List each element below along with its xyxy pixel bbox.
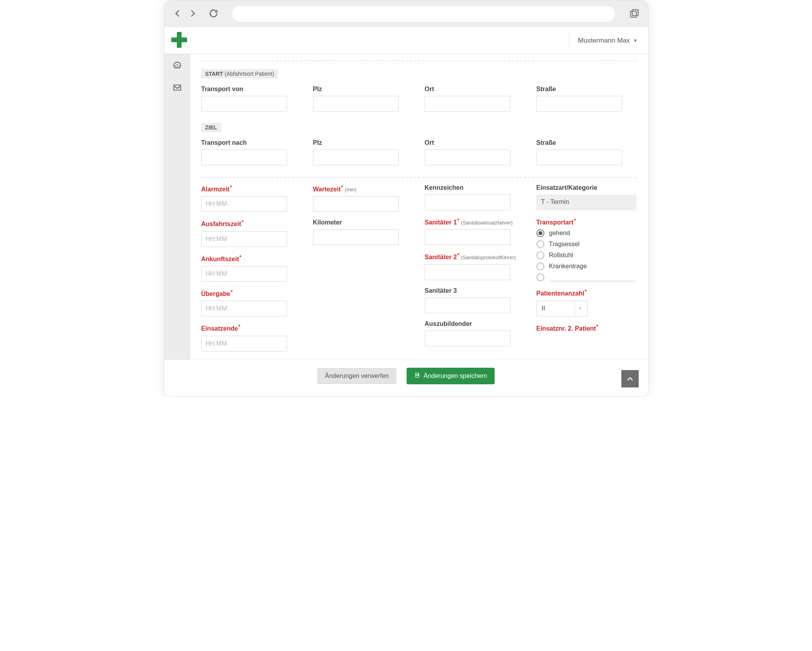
- radio-other[interactable]: [536, 273, 636, 281]
- url-bar[interactable]: [232, 6, 615, 22]
- label-ziel-ort: Ort: [425, 139, 525, 146]
- field-einsatznr2: Einsatznr. 2. Patient*: [536, 324, 636, 335]
- refresh-icon[interactable]: [208, 8, 219, 20]
- input-ankunftszeit[interactable]: [201, 266, 287, 282]
- input-uebergabe[interactable]: [201, 301, 287, 316]
- field-sani1: Sanitäter 1* (Sanitätseinsatzfahrer): [425, 217, 525, 245]
- label-einsatzart: Einsatzart/Kategorie: [536, 184, 636, 191]
- browser-chrome: [164, 0, 648, 27]
- input-wartezeit[interactable]: [313, 196, 399, 212]
- select-patientenanzahl[interactable]: II ▾: [536, 301, 588, 316]
- field-transport-von: Transport von: [201, 86, 301, 112]
- input-ziel-ort[interactable]: [425, 150, 511, 165]
- radio-icon: [536, 251, 544, 259]
- radio-icon: [536, 273, 544, 281]
- section-tag-ziel: ZIEL: [201, 123, 221, 132]
- label-uebergabe: Übergabe*: [201, 289, 301, 297]
- value-einsatzart: T - Termin: [536, 195, 636, 210]
- input-kennzeichen[interactable]: [425, 195, 511, 210]
- field-uebergabe: Übergabe*: [201, 289, 301, 316]
- label-einsatznr2: Einsatznr. 2. Patient*: [536, 324, 636, 332]
- label-ankunftszeit: Ankunftszeit*: [201, 254, 301, 263]
- label-ziel-strasse: Straße: [536, 139, 636, 146]
- input-kilometer[interactable]: [313, 229, 399, 245]
- label-sani3: Sanitäter 3: [425, 287, 525, 294]
- forward-icon[interactable]: [187, 8, 197, 20]
- label-kennzeichen: Kennzeichen: [425, 184, 525, 191]
- label-start-ort: Ort: [425, 86, 525, 93]
- field-patientenanzahl: Patientenanzahl* II ▾: [536, 288, 636, 316]
- field-sani3: Sanitäter 3: [425, 287, 525, 313]
- field-kilometer: Kilometer: [313, 219, 413, 245]
- radio-gehend[interactable]: gehend: [536, 229, 636, 237]
- app-bar: Mustermann Max ▼: [164, 27, 648, 54]
- dashboard-icon[interactable]: [170, 58, 185, 73]
- svg-rect-1: [630, 11, 636, 17]
- input-start-plz[interactable]: [313, 96, 399, 112]
- scroll-to-top-button[interactable]: [621, 370, 639, 387]
- input-azubi[interactable]: [425, 331, 511, 346]
- input-einsatzende[interactable]: [201, 336, 287, 352]
- field-einsatzart: Einsatzart/Kategorie T - Termin: [536, 184, 636, 210]
- label-ausfahrtszeit: Ausfahrtszeit*: [201, 219, 301, 228]
- field-ziel-ort: Ort: [425, 139, 525, 165]
- medical-cross-logo: [170, 30, 189, 51]
- radio-icon: [536, 240, 544, 248]
- label-start-strasse: Straße: [536, 86, 636, 93]
- bottom-bar: Änderungen verwerfen Änderungen speicher…: [164, 359, 648, 396]
- label-kilometer: Kilometer: [313, 219, 413, 226]
- sidebar: [164, 54, 190, 359]
- label-sani2: Sanitäter 2* (Sanitätsprotokollführer): [425, 252, 525, 261]
- field-start-strasse: Straße: [536, 86, 636, 112]
- field-ankunftszeit: Ankunftszeit*: [201, 254, 301, 282]
- chevron-down-icon: ▾: [575, 301, 586, 316]
- user-name: Mustermann Max: [578, 37, 630, 45]
- radio-group-transportart: gehend Tragsessel Rollstuhl: [536, 229, 636, 281]
- label-transport-von: Transport von: [201, 86, 301, 93]
- field-ziel-strasse: Straße: [536, 139, 636, 165]
- input-ziel-strasse[interactable]: [536, 150, 623, 165]
- input-start-ort[interactable]: [425, 96, 511, 112]
- save-button[interactable]: Änderungen speichern: [407, 368, 495, 384]
- input-alarmzeit[interactable]: [201, 196, 287, 212]
- input-sani1[interactable]: [425, 229, 511, 245]
- section-tag-start: START (Abfahrtsort Patient): [201, 69, 278, 79]
- radio-icon: [536, 262, 544, 270]
- field-einsatzende: Einsatzende*: [201, 324, 301, 351]
- input-ziel-plz[interactable]: [313, 150, 399, 165]
- field-azubi: Auszubildender: [425, 320, 525, 346]
- label-transportart: Transportart*: [536, 217, 636, 226]
- back-icon[interactable]: [173, 8, 183, 20]
- input-ausfahrtszeit[interactable]: [201, 231, 287, 247]
- radio-tragsessel[interactable]: Tragsessel: [536, 240, 636, 248]
- label-azubi: Auszubildender: [425, 320, 525, 327]
- input-transport-von[interactable]: [201, 96, 287, 112]
- input-transport-nach[interactable]: [201, 150, 287, 165]
- label-sani1: Sanitäter 1* (Sanitätseinsatzfahrer): [425, 217, 525, 226]
- divider: [201, 177, 636, 178]
- label-transport-nach: Transport nach: [201, 139, 301, 146]
- label-alarmzeit: Alarmzeit*: [201, 184, 301, 193]
- save-icon: [414, 372, 420, 380]
- radio-rollstuhl[interactable]: Rollstuhl: [536, 251, 636, 259]
- discard-button[interactable]: Änderungen verwerfen: [317, 368, 396, 384]
- field-start-ort: Ort: [425, 86, 525, 112]
- input-start-strasse[interactable]: [536, 96, 623, 112]
- input-sani3[interactable]: [425, 297, 511, 313]
- field-transport-nach: Transport nach: [201, 139, 301, 165]
- field-ausfahrtszeit: Ausfahrtszeit*: [201, 219, 301, 247]
- field-wartezeit: Wartezeit* (min): [313, 184, 413, 212]
- field-start-plz: Plz: [313, 86, 413, 112]
- radio-krankentrage[interactable]: Krankentrage: [536, 262, 636, 270]
- radio-other-input[interactable]: [550, 273, 636, 281]
- windows-icon[interactable]: [629, 8, 639, 20]
- user-menu[interactable]: Mustermann Max ▼: [569, 32, 638, 49]
- mail-icon[interactable]: [170, 80, 185, 95]
- label-wartezeit: Wartezeit* (min): [313, 184, 413, 193]
- field-sani2: Sanitäter 2* (Sanitätsprotokollführer): [425, 252, 525, 280]
- field-ziel-plz: Plz: [313, 139, 413, 165]
- radio-icon: [536, 229, 544, 237]
- field-alarmzeit: Alarmzeit*: [201, 184, 301, 212]
- label-patientenanzahl: Patientenanzahl*: [536, 288, 636, 297]
- input-sani2[interactable]: [425, 264, 511, 280]
